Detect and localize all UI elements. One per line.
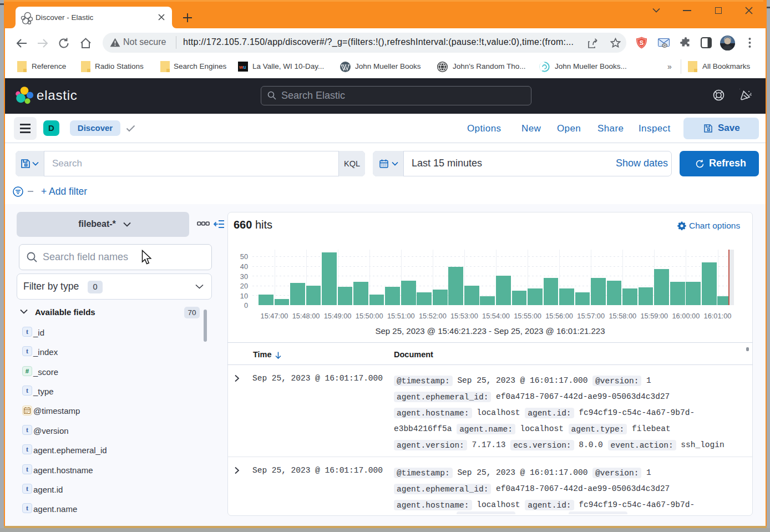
svg-text:S: S — [640, 39, 644, 46]
